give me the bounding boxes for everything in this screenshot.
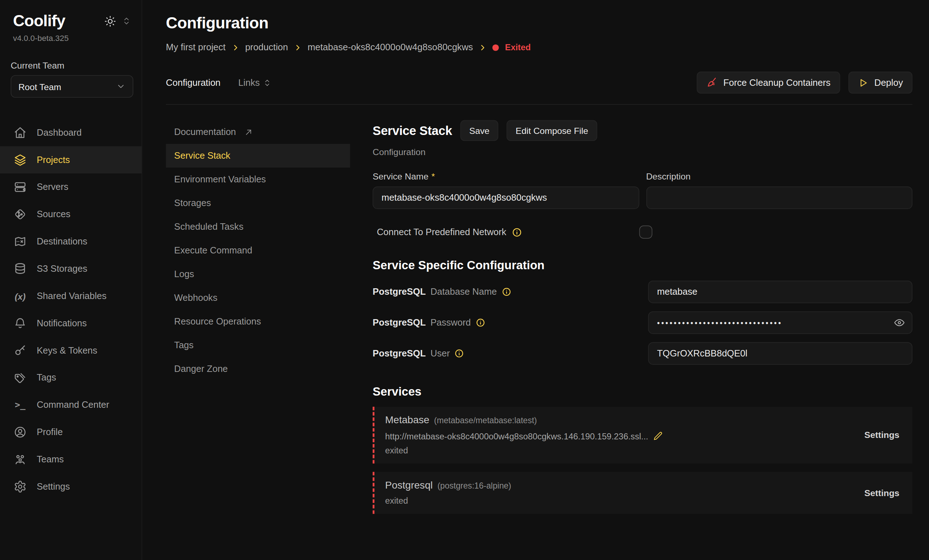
description-input[interactable] [646, 187, 912, 209]
subnav-label: Documentation [174, 127, 236, 138]
subnav-webhooks[interactable]: Webhooks [166, 286, 350, 310]
subnav-danger-zone[interactable]: Danger Zone [166, 357, 350, 381]
service-status: exited [385, 446, 663, 455]
key-icon [13, 344, 27, 358]
sidebar-item-profile[interactable]: Profile [0, 419, 141, 446]
app-root: Coolify v4.0.0-beta.325 Current Team Roo… [0, 0, 929, 560]
sidebar-item-label: S3 Storages [37, 263, 87, 274]
info-icon[interactable] [501, 287, 511, 297]
divider [166, 104, 912, 105]
home-icon [13, 125, 27, 140]
subnav-label: Execute Command [174, 245, 252, 256]
users-icon [13, 452, 27, 467]
sidebar-item-label: Teams [37, 454, 64, 465]
team-select[interactable]: Root Team [11, 75, 133, 98]
subnav-logs[interactable]: Logs [166, 262, 350, 286]
sidebar-item-label: Profile [37, 427, 63, 438]
sidebar-item-projects[interactable]: Projects [0, 146, 141, 173]
app-logo[interactable]: Coolify [13, 12, 65, 30]
info-icon[interactable] [454, 349, 464, 358]
sidebar-item-tags[interactable]: Tags [0, 364, 141, 391]
subnav-label: Environment Variables [174, 174, 266, 185]
main-content: Configuration My first project productio… [142, 0, 929, 560]
service-settings-button[interactable]: Settings [864, 488, 900, 497]
bell-icon [13, 316, 27, 330]
info-icon[interactable] [512, 227, 521, 237]
subnav-environment-variables[interactable]: Environment Variables [166, 168, 350, 191]
external-link-icon [244, 127, 253, 136]
sidebar-item-teams[interactable]: Teams [0, 446, 141, 473]
sidebar-item-sources[interactable]: Sources [0, 200, 141, 228]
service-image: (postgres:16-alpine) [438, 480, 511, 490]
subnav-service-stack[interactable]: Service Stack [166, 144, 350, 168]
subnav-label: Logs [174, 269, 194, 280]
subnav-scheduled-tasks[interactable]: Scheduled Tasks [166, 215, 350, 239]
force-cleanup-button[interactable]: Force Cleanup Containers [697, 72, 840, 94]
service-settings-button[interactable]: Settings [864, 430, 900, 440]
server-icon [13, 180, 27, 194]
required-asterisk: * [431, 171, 435, 181]
sidebar-collapse-icon[interactable] [122, 17, 131, 26]
service-specific-heading: Service Specific Configuration [373, 259, 912, 272]
tab-configuration[interactable]: Configuration [166, 77, 221, 88]
subnav-tags[interactable]: Tags [166, 334, 350, 357]
service-name: Postgresql [385, 480, 432, 491]
sidebar-item-shared-variables[interactable]: (x) Shared Variables [0, 283, 141, 310]
postgres-db-name-input[interactable] [648, 281, 912, 303]
subnav-label: Storages [174, 198, 211, 208]
deploy-label: Deploy [874, 77, 903, 88]
subnav-resource-operations[interactable]: Resource Operations [166, 310, 350, 334]
sidebar-item-servers[interactable]: Servers [0, 173, 141, 200]
description-label: Description [646, 171, 912, 181]
connect-network-checkbox[interactable] [639, 225, 652, 239]
breadcrumb-service[interactable]: metabase-oks8c4000o0w4g8so80cgkws [308, 42, 473, 53]
tab-links[interactable]: Links [238, 77, 271, 88]
chevron-right-icon [294, 43, 301, 51]
subnav-documentation[interactable]: Documentation [166, 120, 350, 144]
edit-url-icon[interactable] [653, 431, 663, 441]
gear-icon [13, 480, 27, 494]
app-version: v4.0.0-beta.325 [0, 30, 141, 43]
sidebar: Coolify v4.0.0-beta.325 Current Team Roo… [0, 0, 142, 560]
subnav-label: Danger Zone [174, 364, 228, 375]
sidebar-item-label: Shared Variables [37, 291, 106, 301]
sidebar-item-keys-tokens[interactable]: Keys & Tokens [0, 337, 141, 364]
terminal-icon: >_ [13, 398, 27, 412]
team-select-value: Root Team [18, 81, 61, 92]
service-name-input[interactable] [373, 187, 639, 209]
deploy-button[interactable]: Deploy [848, 72, 912, 94]
subnav-execute-command[interactable]: Execute Command [166, 239, 350, 262]
save-button[interactable]: Save [460, 120, 498, 141]
tab-row: Configuration Links Force Cleanup Contai… [166, 72, 912, 94]
sidebar-item-destinations[interactable]: Destinations [0, 228, 141, 255]
sidebar-item-notifications[interactable]: Notifications [0, 310, 141, 337]
services-heading: Services [373, 385, 912, 398]
config-subnav: Documentation Service Stack Environment … [166, 120, 350, 514]
eye-icon[interactable] [894, 317, 905, 329]
service-url-link[interactable]: http://metabase-oks8c4000o0w4g8so80cgkws… [385, 431, 648, 441]
service-card-metabase: Metabase (metabase/metabase:latest) http… [373, 407, 912, 464]
service-name: Metabase [385, 414, 429, 426]
sidebar-item-s3-storages[interactable]: S3 Storages [0, 255, 141, 283]
postgres-password-input[interactable] [648, 311, 912, 334]
chevron-right-icon [479, 43, 486, 51]
subnav-storages[interactable]: Storages [166, 191, 350, 215]
subnav-label: Service Stack [174, 150, 230, 161]
theme-toggle-sun-icon[interactable] [104, 15, 116, 27]
shared-variables-icon: (x) [13, 289, 27, 303]
sidebar-item-settings[interactable]: Settings [0, 473, 141, 500]
sidebar-item-command-center[interactable]: >_ Command Center [0, 391, 141, 419]
info-icon[interactable] [476, 318, 485, 327]
section-subtitle: Configuration [373, 147, 912, 157]
edit-compose-file-button[interactable]: Edit Compose File [506, 120, 597, 141]
sidebar-item-label: Notifications [37, 318, 87, 329]
sidebar-item-label: Destinations [37, 236, 87, 247]
subnav-label: Resource Operations [174, 316, 261, 327]
sidebar-item-dashboard[interactable]: Dashboard [0, 119, 141, 146]
breadcrumb-environment[interactable]: production [245, 42, 288, 53]
postgres-user-label: PostgreSQL User [373, 348, 648, 359]
postgres-user-input[interactable] [648, 342, 912, 365]
sidebar-nav: Dashboard Projects Servers Sources Desti… [0, 119, 141, 500]
breadcrumb-project[interactable]: My first project [166, 42, 225, 53]
git-source-icon [13, 207, 27, 222]
